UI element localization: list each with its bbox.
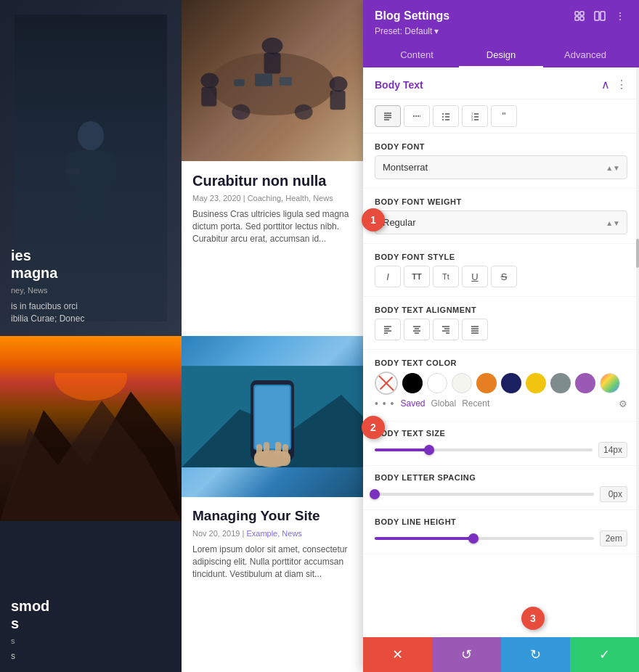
format-btn-link[interactable] (404, 105, 430, 127)
body-font-weight-select[interactable]: Regular (375, 210, 627, 234)
card-2-title: Curabitur non nulla (192, 172, 352, 189)
color-swatch-navy[interactable] (501, 373, 521, 393)
body-font-style-label: Body Font Style (375, 253, 627, 261)
body-line-height-value[interactable]: 2em (600, 530, 627, 546)
section-more-button[interactable]: ⋮ (616, 78, 627, 91)
format-toolbar: 1. 2. 3. " (363, 99, 639, 134)
body-text-size-label: Body Text Size (375, 429, 627, 438)
color-swatches-row (375, 372, 627, 395)
format-btn-list[interactable] (433, 105, 459, 127)
align-left[interactable] (375, 319, 401, 340)
body-font-select-wrapper: Montserrat ▲▼ (375, 155, 627, 179)
svg-point-21 (54, 373, 127, 401)
collapse-button[interactable]: ∧ (601, 78, 610, 91)
svg-point-8 (262, 38, 283, 54)
panel-icon-columns[interactable] (593, 9, 607, 23)
card-4-meta: Nov 20, 2019 | Example, News (192, 529, 352, 538)
panel-icon-expand[interactable] (572, 9, 587, 23)
body-letter-spacing-track (375, 493, 594, 496)
save-button[interactable]: ✓ (570, 637, 639, 672)
body-line-height-thumb[interactable] (468, 533, 479, 544)
blog-card-1[interactable]: ies magna ney, News is in faucibus orci … (0, 0, 182, 336)
tab-advanced[interactable]: Advanced (543, 44, 627, 67)
cancel-button[interactable]: ✕ (363, 637, 432, 672)
svg-rect-38 (601, 12, 605, 20)
svg-rect-33 (575, 12, 579, 15)
color-dots-button[interactable]: • • • (375, 398, 394, 409)
card-1-title: ies magna (11, 247, 171, 282)
font-style-uppercase[interactable]: TT (404, 266, 430, 287)
format-btn-paragraph[interactable] (375, 105, 401, 127)
body-letter-spacing-thumb[interactable] (370, 489, 380, 499)
svg-point-44 (442, 113, 444, 115)
svg-rect-32 (282, 444, 288, 457)
color-recent-label[interactable]: Recent (462, 398, 489, 409)
svg-rect-4 (76, 196, 88, 225)
align-right[interactable] (433, 319, 459, 340)
card-2-meta: May 23, 2020 | Coaching, Health, News (192, 194, 352, 202)
undo-button[interactable]: ↺ (432, 637, 501, 672)
font-style-capitalize[interactable]: Tt (433, 266, 459, 287)
body-letter-spacing-value[interactable]: 0px (600, 486, 627, 502)
card-2-excerpt: Business Cras ultricies ligula sed magna… (192, 208, 352, 245)
color-swatch-yellow[interactable] (526, 373, 546, 393)
body-text-size-track (375, 448, 593, 451)
color-settings-gear-icon[interactable]: ⚙ (619, 398, 627, 409)
svg-rect-1 (75, 150, 107, 197)
color-swatch-white[interactable] (427, 373, 447, 393)
card-2-content: Curabitur non nulla May 23, 2020 | Coach… (182, 161, 363, 336)
body-text-size-fill (375, 448, 429, 451)
blog-card-2[interactable]: Curabitur non nulla May 23, 2020 | Coach… (182, 0, 363, 336)
step-badge-2: 2 (362, 416, 385, 439)
body-text-size-thumb[interactable] (424, 445, 434, 455)
svg-rect-37 (595, 12, 599, 20)
blog-card-3[interactable]: smods s s (0, 336, 182, 672)
color-swatch-gray[interactable] (550, 373, 571, 393)
step-badge-1: 1 (362, 208, 385, 231)
panel-scrollbar-thumb[interactable] (636, 239, 639, 268)
svg-point-14 (232, 105, 250, 120)
body-line-height-track (375, 537, 594, 540)
font-style-italic[interactable]: I (375, 266, 401, 287)
format-btn-ordered-list[interactable]: 1. 2. 3. (462, 105, 488, 127)
body-text-size-value[interactable]: 14px (598, 442, 627, 458)
panel-icon-more[interactable]: ⋮ (613, 9, 627, 23)
color-swatch-purple[interactable] (575, 373, 595, 393)
color-swatch-transparent[interactable] (375, 372, 398, 395)
card-4-image (182, 336, 363, 497)
svg-point-10 (200, 73, 219, 89)
color-swatch-custom[interactable] (600, 373, 620, 393)
body-text-size-slider-row: 14px (375, 442, 627, 458)
svg-rect-31 (275, 442, 281, 455)
card-3-content: smods s s (0, 586, 182, 672)
svg-rect-13 (330, 91, 346, 110)
body-font-weight-label: Body Font Weight (375, 197, 627, 206)
color-swatch-cream[interactable] (452, 373, 472, 393)
card-3-meta: s (11, 636, 171, 645)
blog-card-4[interactable]: Managing Your Site Nov 20, 2019 | Exampl… (182, 336, 363, 672)
body-text-color-section: Body Text Color • • • (363, 350, 639, 422)
format-btn-quote[interactable]: " (491, 105, 517, 127)
font-style-underline[interactable]: U (462, 266, 488, 287)
body-font-select[interactable]: Montserrat (375, 155, 627, 179)
action-bar: ✕ ↺ ↻ ✓ (363, 637, 639, 672)
tab-content[interactable]: Content (375, 44, 459, 67)
svg-rect-16 (255, 74, 272, 86)
card-4-excerpt: Lorem ipsum dolor sit amet, consectetur … (192, 544, 352, 580)
align-center[interactable] (404, 319, 430, 340)
body-text-alignment-label: Body Text Alignment (375, 306, 627, 314)
card-4-content: Managing Your Site Nov 20, 2019 | Exampl… (182, 497, 363, 672)
body-text-section-header: Body Text ∧ ⋮ (363, 67, 639, 99)
svg-rect-36 (580, 17, 584, 20)
panel-preset[interactable]: Preset: Default ▾ (375, 26, 627, 36)
tab-design[interactable]: Design (459, 44, 543, 67)
font-style-strikethrough[interactable]: S (491, 266, 517, 287)
align-justify[interactable] (462, 319, 488, 340)
redo-button[interactable]: ↻ (501, 637, 570, 672)
color-swatch-orange[interactable] (476, 373, 497, 393)
section-header-controls: ∧ ⋮ (601, 78, 627, 91)
color-global-label[interactable]: Global (431, 398, 457, 409)
color-saved-label[interactable]: Saved (400, 398, 425, 409)
panel-scrollbar[interactable] (636, 67, 639, 637)
color-swatch-black[interactable] (402, 373, 423, 393)
